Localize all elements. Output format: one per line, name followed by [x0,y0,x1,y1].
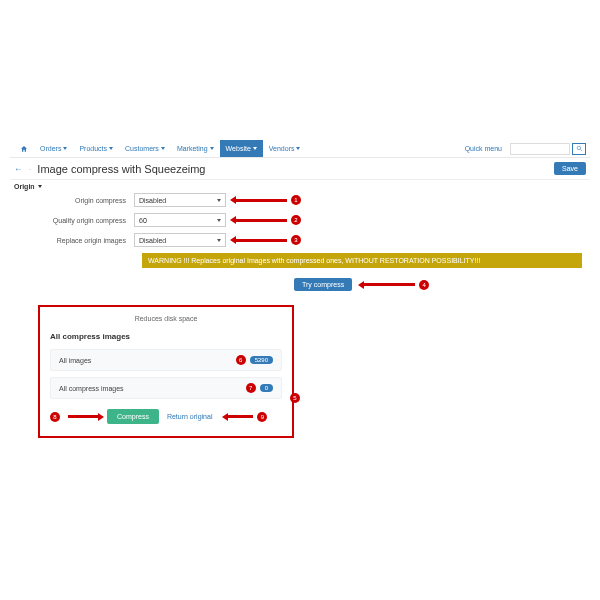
annotation-7: 7 [246,383,256,393]
search-icon [576,145,583,152]
chevron-down-icon [210,147,214,150]
chevron-down-icon [63,147,67,150]
nav-customers[interactable]: Customers [119,140,171,157]
title-bar: ← - Image compress with Squeezeimg Save [10,158,590,180]
search-button[interactable] [572,143,586,155]
save-button[interactable]: Save [554,162,586,175]
annotation-1: 1 [291,195,301,205]
nav-vendors[interactable]: Vendors [263,140,307,157]
page-title: Image compress with Squeezeimg [37,163,548,175]
replace-label: Replace origin images [14,237,134,244]
return-original-button[interactable]: Return original [159,409,221,424]
annotation-2: 2 [291,215,301,225]
annotation-arrow [358,281,415,289]
all-images-count: 5290 [250,356,273,364]
panel-subtitle: Reduces disk space [50,315,282,322]
annotation-arrow [68,413,103,421]
quality-label: Quality origin compress [14,217,134,224]
svg-line-1 [580,149,582,151]
annotation-9: 9 [257,412,267,422]
annotation-8: 8 [50,412,60,422]
quality-select[interactable]: 60 [134,213,226,227]
top-nav: Orders Products Customers Marketing Webs… [10,140,590,158]
compress-count: 0 [260,384,273,392]
annotation-arrow [230,216,287,224]
chevron-down-icon [38,185,42,188]
annotation-arrow [222,413,253,421]
annotation-arrow [230,236,287,244]
annotation-arrow [230,196,287,204]
annotation-5: 5 [290,393,300,403]
stat-compress-images: All compress images 7 0 [50,377,282,399]
nav-products[interactable]: Products [73,140,119,157]
annotation-4: 4 [419,280,429,290]
svg-point-0 [577,146,581,150]
chevron-down-icon [161,147,165,150]
search-input[interactable] [510,143,570,155]
quick-menu-link[interactable]: Quick menu [465,145,502,152]
chevron-down-icon [109,147,113,150]
origin-compress-label: Origin compress [14,197,134,204]
annotation-6: 6 [236,355,246,365]
annotation-3: 3 [291,235,301,245]
nav-marketing[interactable]: Marketing [171,140,220,157]
origin-section-header[interactable]: Origin [10,180,590,193]
back-icon[interactable]: ← [14,164,23,174]
replace-select[interactable]: Disabled [134,233,226,247]
origin-compress-select[interactable]: Disabled [134,193,226,207]
try-compress-button[interactable]: Try compress [294,278,352,291]
compress-button[interactable]: Compress [107,409,159,424]
panel-heading: All compress images [50,332,282,341]
warning-banner: WARNING !!! Replaces original Images wit… [142,253,582,268]
chevron-down-icon [296,147,300,150]
home-icon[interactable] [14,140,34,157]
compress-panel: 5 Reduces disk space All compress images… [38,305,294,438]
nav-orders[interactable]: Orders [34,140,73,157]
stat-all-images: All images 6 5290 [50,349,282,371]
nav-website[interactable]: Website [220,140,263,157]
chevron-down-icon [253,147,257,150]
